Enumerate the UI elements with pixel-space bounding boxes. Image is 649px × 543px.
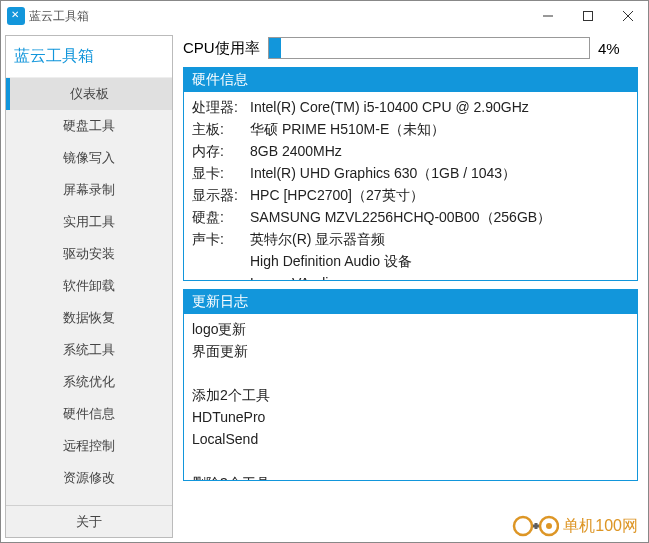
- main-area: 蓝云工具箱 仪表板硬盘工具镜像写入屏幕录制实用工具驱动安装软件卸载数据恢复系统工…: [1, 31, 648, 542]
- changelog-line: 删除3个工具: [192, 472, 629, 480]
- close-icon: [623, 11, 633, 21]
- changelog-line: LocalSend: [192, 428, 629, 450]
- hardware-row-label: 内存:: [192, 140, 250, 162]
- window-controls: [528, 2, 648, 30]
- sidebar-item-4[interactable]: 实用工具: [6, 206, 172, 238]
- hardware-row: 显卡:Intel(R) UHD Graphics 630（1GB / 1043）: [192, 162, 629, 184]
- cpu-progress-fill: [269, 38, 282, 58]
- hardware-panel: 硬件信息 处理器:Intel(R) Core(TM) i5-10400 CPU …: [183, 67, 638, 281]
- close-button[interactable]: [608, 2, 648, 30]
- changelog-line: 界面更新: [192, 340, 629, 362]
- hardware-row-value: Lusun VAudio: [250, 272, 629, 280]
- content: CPU使用率 4% 硬件信息 处理器:Intel(R) Core(TM) i5-…: [173, 31, 648, 542]
- hardware-row: 主板:华硕 PRIME H510M-E（未知）: [192, 118, 629, 140]
- hardware-row-value: 8GB 2400MHz: [250, 140, 629, 162]
- hardware-row: 内存:8GB 2400MHz: [192, 140, 629, 162]
- sidebar-item-10[interactable]: 硬件信息: [6, 398, 172, 430]
- hardware-row-label: [192, 272, 250, 280]
- hardware-row-value: Intel(R) Core(TM) i5-10400 CPU @ 2.90GHz: [250, 96, 629, 118]
- hardware-row-label: [192, 250, 250, 272]
- cpu-progress-bar: [268, 37, 590, 59]
- hardware-row-label: 处理器:: [192, 96, 250, 118]
- hardware-row-label: 声卡:: [192, 228, 250, 250]
- sidebar-items: 仪表板硬盘工具镜像写入屏幕录制实用工具驱动安装软件卸载数据恢复系统工具系统优化硬…: [6, 78, 172, 505]
- changelog-panel-title: 更新日志: [184, 290, 637, 314]
- app-icon: [7, 7, 25, 25]
- cpu-usage-row: CPU使用率 4%: [183, 37, 638, 59]
- changelog-line: HDTunePro: [192, 406, 629, 428]
- hardware-row-label: 主板:: [192, 118, 250, 140]
- hardware-row: 声卡:英特尔(R) 显示器音频: [192, 228, 629, 250]
- changelog-line: logo更新: [192, 318, 629, 340]
- maximize-icon: [583, 11, 593, 21]
- sidebar-item-11[interactable]: 远程控制: [6, 430, 172, 462]
- sidebar-item-7[interactable]: 数据恢复: [6, 302, 172, 334]
- sidebar-item-12[interactable]: 资源修改: [6, 462, 172, 494]
- hardware-row-label: 硬盘:: [192, 206, 250, 228]
- minimize-icon: [543, 11, 553, 21]
- hardware-row-value: HPC [HPC2700]（27英寸）: [250, 184, 629, 206]
- sidebar: 蓝云工具箱 仪表板硬盘工具镜像写入屏幕录制实用工具驱动安装软件卸载数据恢复系统工…: [5, 35, 173, 538]
- sidebar-item-3[interactable]: 屏幕录制: [6, 174, 172, 206]
- hardware-panel-body[interactable]: 处理器:Intel(R) Core(TM) i5-10400 CPU @ 2.9…: [184, 92, 637, 280]
- hardware-row: 处理器:Intel(R) Core(TM) i5-10400 CPU @ 2.9…: [192, 96, 629, 118]
- window-title: 蓝云工具箱: [29, 8, 89, 25]
- sidebar-item-9[interactable]: 系统优化: [6, 366, 172, 398]
- sidebar-item-6[interactable]: 软件卸载: [6, 270, 172, 302]
- hardware-row-value: Intel(R) UHD Graphics 630（1GB / 1043）: [250, 162, 629, 184]
- hardware-row-label: 显卡:: [192, 162, 250, 184]
- hardware-panel-title: 硬件信息: [184, 68, 637, 92]
- hardware-row: Lusun VAudio: [192, 272, 629, 280]
- hardware-row-label: 显示器:: [192, 184, 250, 206]
- sidebar-title: 蓝云工具箱: [6, 36, 172, 78]
- hardware-row-value: High Definition Audio 设备: [250, 250, 629, 272]
- svg-rect-1: [584, 12, 593, 21]
- hardware-row: 显示器:HPC [HPC2700]（27英寸）: [192, 184, 629, 206]
- hardware-row-value: 英特尔(R) 显示器音频: [250, 228, 629, 250]
- hardware-row: 硬盘:SAMSUNG MZVL2256HCHQ-00B00（256GB）: [192, 206, 629, 228]
- hardware-row: High Definition Audio 设备: [192, 250, 629, 272]
- sidebar-item-5[interactable]: 驱动安装: [6, 238, 172, 270]
- maximize-button[interactable]: [568, 2, 608, 30]
- changelog-line: [192, 362, 629, 384]
- sidebar-item-2[interactable]: 镜像写入: [6, 142, 172, 174]
- hardware-row-value: SAMSUNG MZVL2256HCHQ-00B00（256GB）: [250, 206, 629, 228]
- titlebar: 蓝云工具箱: [1, 1, 648, 31]
- changelog-line: [192, 450, 629, 472]
- sidebar-item-1[interactable]: 硬盘工具: [6, 110, 172, 142]
- changelog-panel-body[interactable]: logo更新界面更新 添加2个工具HDTuneProLocalSend 删除3个…: [184, 314, 637, 480]
- titlebar-left: 蓝云工具箱: [7, 7, 89, 25]
- cpu-label: CPU使用率: [183, 39, 260, 58]
- cpu-percent-text: 4%: [598, 40, 638, 57]
- minimize-button[interactable]: [528, 2, 568, 30]
- changelog-panel: 更新日志 logo更新界面更新 添加2个工具HDTuneProLocalSend…: [183, 289, 638, 481]
- sidebar-item-8[interactable]: 系统工具: [6, 334, 172, 366]
- sidebar-item-0[interactable]: 仪表板: [6, 78, 172, 110]
- sidebar-about[interactable]: 关于: [6, 505, 172, 537]
- hardware-row-value: 华硕 PRIME H510M-E（未知）: [250, 118, 629, 140]
- changelog-line: 添加2个工具: [192, 384, 629, 406]
